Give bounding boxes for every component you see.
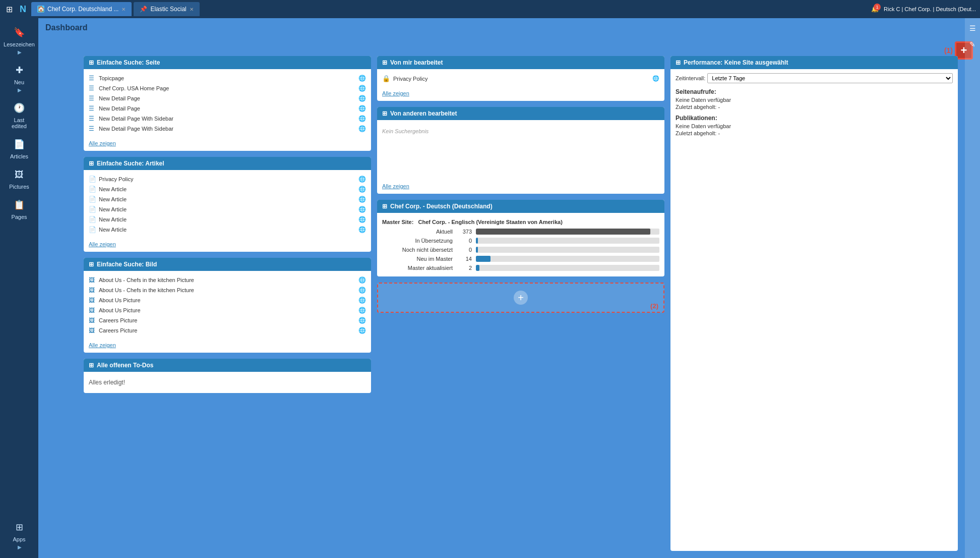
list-item: ☰ New Detail Page With Sidebar 🌐 bbox=[89, 124, 366, 134]
sidebar-item-bookmarks[interactable]: 🔖 Lesezeichen ▶ bbox=[2, 22, 36, 58]
tab-elastic-social[interactable]: 📌 Elastic Social ✕ bbox=[134, 2, 199, 16]
perf-keine-daten-text: Keine Daten verfügbar bbox=[676, 97, 731, 103]
add-widget-placeholder[interactable]: + (2) bbox=[377, 283, 664, 313]
sidebar-item-pictures[interactable]: 🖼 Pictures bbox=[2, 164, 36, 193]
trans-bar-uebersetzung bbox=[476, 238, 478, 244]
perf-zeitintervall-select[interactable]: Letzte 7 Tage bbox=[707, 73, 953, 83]
globe-icon: 🌐 bbox=[358, 125, 366, 132]
pin-icon: 📌 bbox=[140, 6, 147, 13]
perf-seitenaufrufe-section: Seitenaufrufe: Keine Daten verfügbar Zul… bbox=[676, 88, 953, 110]
perf-zeitintervall-row: Zeitintervall: Letzte 7 Tage bbox=[676, 73, 953, 83]
widget-von-anderen-body: Kein Suchergebnis bbox=[377, 120, 664, 181]
list-item: 🖼 About Us - Chefs in the kitchen Pictur… bbox=[89, 275, 366, 285]
alle-zeigen-von-anderen[interactable]: Alle zeigen bbox=[382, 183, 409, 189]
notification-bell[interactable]: 🔔 1 bbox=[871, 6, 879, 13]
topbar-right: 🔔 1 Rick C | Chef Corp. | Deutsch (Deut.… bbox=[871, 6, 976, 13]
main-area: Dashboard (1) + ⊞ Einfache Suche: Seite … bbox=[38, 18, 980, 558]
sidebar-pages-label: Pages bbox=[11, 214, 27, 220]
new-icon: ✚ bbox=[12, 63, 26, 77]
sidebar: 🔖 Lesezeichen ▶ ✚ Neu ▶ 🕐 Last edited 📄 … bbox=[0, 18, 38, 558]
trans-bar-master-container bbox=[476, 265, 659, 271]
globe-icon: 🌐 bbox=[358, 75, 366, 82]
apps-icon: ⊞ bbox=[12, 520, 26, 534]
image-icon: 🖼 bbox=[89, 287, 96, 294]
add-widget-plus-icon[interactable]: + bbox=[514, 291, 528, 305]
dashboard-grid: ⊞ Einfache Suche: Seite ☰ Topicpage 🌐 ☰ … bbox=[84, 56, 958, 551]
right-panel: ☰ ✎ bbox=[965, 18, 980, 558]
tab-es-close-icon[interactable]: ✕ bbox=[190, 7, 194, 12]
widget-seite-header-icon: ⊞ bbox=[89, 59, 94, 66]
globe-icon: 🌐 bbox=[358, 196, 366, 203]
home-icon: 🏠 bbox=[37, 6, 44, 13]
image-icon: 🖼 bbox=[89, 276, 96, 284]
sidebar-item-pages[interactable]: 📋 Pages bbox=[2, 195, 36, 223]
page-icon: ☰ bbox=[89, 105, 96, 112]
apps-expand-icon: ▶ bbox=[18, 544, 22, 550]
list-item: 🖼 Careers Picture 🌐 bbox=[89, 325, 366, 336]
widget-performance: ⊞ Performance: Keine Site ausgewählt Zei… bbox=[670, 56, 958, 551]
widget-bild-header: ⊞ Einfache Suche: Bild bbox=[84, 258, 371, 271]
list-item: 🖼 About Us Picture 🌐 bbox=[89, 295, 366, 305]
widget-trans-body: Master Site: Chef Corp. - Englisch (Vere… bbox=[377, 213, 664, 276]
page-icon: ☰ bbox=[89, 75, 96, 82]
alle-zeigen-artikel[interactable]: Alle zeigen bbox=[89, 241, 116, 247]
globe-icon: 🌐 bbox=[358, 95, 366, 102]
widget-von-anderen-header-icon: ⊞ bbox=[382, 110, 387, 117]
alle-zeigen-bild[interactable]: Alle zeigen bbox=[89, 342, 116, 348]
perf-pub-keine-daten: Keine Daten verfügbar bbox=[676, 123, 953, 130]
tab-chef-corp[interactable]: 🏠 Chef Corp. Deutschland ... ✕ bbox=[31, 2, 132, 16]
widget-todos-title: Alle offenen To-Dos bbox=[97, 362, 153, 369]
perf-seitenaufrufe-label: Seitenaufrufe: bbox=[676, 88, 953, 95]
app-logo[interactable]: N bbox=[17, 4, 29, 15]
tab-close-icon[interactable]: ✕ bbox=[121, 7, 126, 12]
topbar: ⊞ N 🏠 Chef Corp. Deutschland ... ✕ 📌 Ela… bbox=[0, 0, 980, 18]
trans-row-master-aktuell: Master aktualisiert 2 bbox=[382, 263, 659, 272]
widget-von-anderen-header: ⊞ Von anderen bearbeitet bbox=[377, 107, 664, 120]
sidebar-item-articles[interactable]: 📄 Articles bbox=[2, 134, 36, 162]
widget-seite-body: ☰ Topicpage 🌐 ☰ Chef Corp. USA Home Page… bbox=[84, 69, 371, 138]
column-mid: ⊞ Von mir bearbeitet 🔒 Privacy Policy 🌐 … bbox=[377, 56, 664, 551]
globe-icon: 🌐 bbox=[358, 307, 366, 314]
alle-zeigen-von-mir[interactable]: Alle zeigen bbox=[382, 90, 409, 96]
sidebar-bookmarks-label: Lesezeichen bbox=[4, 41, 35, 47]
widget-todos: ⊞ Alle offenen To-Dos Alles erledigt! bbox=[84, 359, 371, 393]
widget-von-mir-body: 🔒 Privacy Policy 🌐 bbox=[377, 69, 664, 88]
widget-bild-header-icon: ⊞ bbox=[89, 261, 94, 268]
perf-pub-keine-daten-text: Keine Daten verfügbar bbox=[676, 123, 731, 129]
widget-trans-title: Chef Corp. - Deutsch (Deutschland) bbox=[390, 203, 493, 210]
right-panel-icon-2[interactable]: ✎ bbox=[967, 38, 977, 50]
widget-von-mir-header-icon: ⊞ bbox=[382, 59, 387, 66]
list-item: ☰ New Detail Page 🌐 bbox=[89, 103, 366, 114]
globe-icon: 🌐 bbox=[358, 327, 366, 334]
trans-bar-master bbox=[476, 265, 479, 271]
new-expand-icon: ▶ bbox=[18, 87, 22, 93]
trans-row-neu-master: Neu im Master 14 bbox=[382, 254, 659, 263]
sidebar-item-apps[interactable]: ⊞ Apps ▶ bbox=[2, 517, 36, 553]
list-item: 🖼 Careers Picture 🌐 bbox=[89, 315, 366, 325]
trans-bar-nicht bbox=[476, 247, 478, 253]
sidebar-item-last-edited[interactable]: 🕐 Last edited bbox=[2, 98, 36, 132]
globe-icon: 🌐 bbox=[358, 317, 366, 324]
image-icon: 🖼 bbox=[89, 317, 96, 324]
widget-von-anderen-title: Von anderen bearbeitet bbox=[390, 110, 457, 117]
widget-todos-body: Alles erledigt! bbox=[84, 372, 371, 393]
widget-todos-header: ⊞ Alle offenen To-Dos bbox=[84, 359, 371, 372]
widget-artikel-body: 📄 Privacy Policy 🌐 📄 New Article 🌐 📄 New… bbox=[84, 170, 371, 239]
trans-row-uebersetzung: In Übersetzung 0 bbox=[382, 236, 659, 245]
list-item: ☰ New Detail Page With Sidebar 🌐 bbox=[89, 114, 366, 124]
widget-von-mir-title: Von mir bearbeitet bbox=[390, 59, 443, 66]
sidebar-pictures-label: Pictures bbox=[9, 184, 29, 190]
widget-artikel-header-icon: ⊞ bbox=[89, 160, 94, 167]
perf-publikationen-section: Publikationen: Keine Daten verfügbar Zul… bbox=[676, 115, 953, 137]
list-item: ☰ Topicpage 🌐 bbox=[89, 73, 366, 83]
sidebar-item-new[interactable]: ✚ Neu ▶ bbox=[2, 60, 36, 96]
right-panel-icon-1[interactable]: ☰ bbox=[967, 22, 978, 34]
column-right: ⊞ Performance: Keine Site ausgewählt Zei… bbox=[670, 56, 958, 551]
alle-zeigen-seite[interactable]: Alle zeigen bbox=[89, 140, 116, 146]
bookmarks-icon: 🔖 bbox=[12, 25, 26, 39]
bookmarks-expand-icon: ▶ bbox=[18, 49, 22, 55]
widget-von-mir: ⊞ Von mir bearbeitet 🔒 Privacy Policy 🌐 … bbox=[377, 56, 664, 101]
grid-icon[interactable]: ⊞ bbox=[4, 3, 15, 16]
list-item: 🖼 About Us Picture 🌐 bbox=[89, 305, 366, 315]
perf-pub-zuletzt: Zuletzt abgeholt: - bbox=[676, 130, 953, 137]
